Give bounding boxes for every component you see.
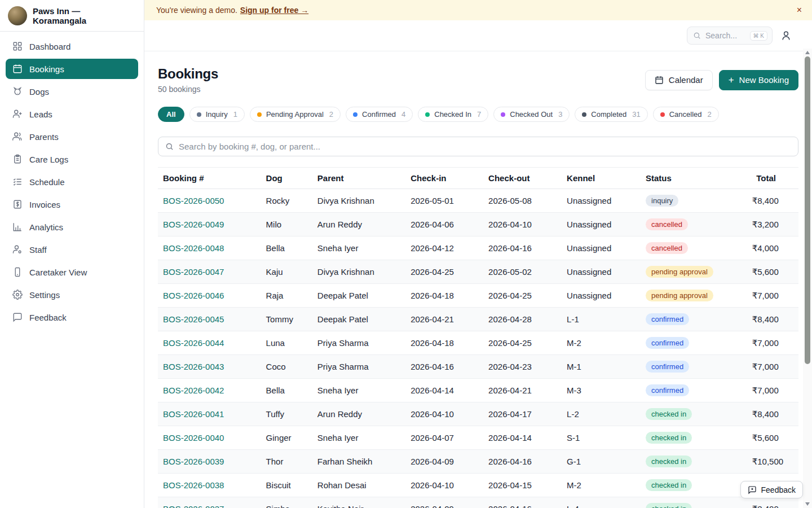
table-row[interactable]: BOS-2026-0046 Raja Deepak Patel 2026-04-… xyxy=(158,284,798,308)
booking-number-link[interactable]: BOS-2026-0039 xyxy=(163,457,224,466)
sidebar-item-feedback[interactable]: Feedback xyxy=(6,307,138,327)
sidebar-item-care-logs[interactable]: Care Logs xyxy=(6,149,138,169)
banner-close-icon[interactable]: × xyxy=(797,6,802,15)
filter-confirmed[interactable]: Confirmed 4 xyxy=(346,107,413,122)
search-icon xyxy=(693,32,701,40)
filter-checked-out[interactable]: Checked Out 3 xyxy=(493,107,570,122)
table-row[interactable]: BOS-2026-0039 Thor Farhan Sheikh 2026-04… xyxy=(158,450,798,474)
kennel: M-2 xyxy=(562,331,641,355)
sidebar-item-dashboard[interactable]: Dashboard xyxy=(6,36,138,56)
calendar-button[interactable]: Calendar xyxy=(645,70,713,90)
sidebar-item-label: Dashboard xyxy=(29,42,70,51)
status-dot xyxy=(197,112,201,117)
sidebar-item-parents[interactable]: Parents xyxy=(6,126,138,147)
scroll-up-icon[interactable] xyxy=(805,51,810,54)
sidebar-item-analytics[interactable]: Analytics xyxy=(6,217,138,237)
filter-all[interactable]: All xyxy=(158,107,184,122)
parent-name: Arun Reddy xyxy=(312,402,405,426)
kennel: M-2 xyxy=(562,474,641,497)
dog-name: Milo xyxy=(261,213,312,237)
signup-link[interactable]: Sign up for free → xyxy=(240,6,308,15)
parent-name: Farhan Sheikh xyxy=(312,450,405,474)
table-row[interactable]: BOS-2026-0037 Simba Kavitha Nair 2026-04… xyxy=(158,497,798,508)
calendar-icon xyxy=(655,76,664,85)
filter-completed[interactable]: Completed 31 xyxy=(575,107,647,122)
booking-number-link[interactable]: BOS-2026-0042 xyxy=(163,386,224,395)
sidebar-item-invoices[interactable]: Invoices xyxy=(6,194,138,214)
checkin-date: 2026-04-10 xyxy=(405,402,483,426)
new-booking-button[interactable]: + New Booking xyxy=(719,70,798,90)
booking-number-link[interactable]: BOS-2026-0041 xyxy=(163,409,224,419)
table-search-input[interactable] xyxy=(179,142,791,151)
total-amount: ₹3,200 xyxy=(747,213,798,237)
filter-checked-in[interactable]: Checked In 7 xyxy=(418,107,488,122)
table-row[interactable]: BOS-2026-0049 Milo Arun Reddy 2026-04-06… xyxy=(158,213,798,237)
kennel: L-4 xyxy=(562,497,641,508)
booking-number-link[interactable]: BOS-2026-0048 xyxy=(163,243,224,253)
booking-number-link[interactable]: BOS-2026-0037 xyxy=(163,504,224,508)
sidebar-item-dogs[interactable]: Dogs xyxy=(6,81,138,102)
col-total: Total xyxy=(747,168,798,189)
kennel: Unassigned xyxy=(562,284,641,308)
booking-number-link[interactable]: BOS-2026-0047 xyxy=(163,267,224,277)
topbar: ⌘ K xyxy=(144,20,812,51)
filter-inquiry[interactable]: Inquiry 1 xyxy=(189,107,245,122)
booking-number-link[interactable]: BOS-2026-0040 xyxy=(163,433,224,443)
sidebar-item-bookings[interactable]: Bookings xyxy=(6,59,138,79)
filter-pending-approval[interactable]: Pending Approval 2 xyxy=(250,107,341,122)
col-kennel: Kennel xyxy=(562,168,641,189)
table-row[interactable]: BOS-2026-0045 Tommy Deepak Patel 2026-04… xyxy=(158,308,798,331)
checkin-date: 2026-04-06 xyxy=(405,213,483,237)
kennel: M-3 xyxy=(562,379,641,402)
global-search[interactable]: ⌘ K xyxy=(687,27,773,45)
table-row[interactable]: BOS-2026-0047 Kaju Divya Krishnan 2026-0… xyxy=(158,260,798,284)
table-row[interactable]: BOS-2026-0041 Tuffy Arun Reddy 2026-04-1… xyxy=(158,402,798,426)
status-badge: checked in xyxy=(646,408,692,420)
col-parent: Parent xyxy=(312,168,405,189)
table-row[interactable]: BOS-2026-0038 Biscuit Rohan Desai 2026-0… xyxy=(158,474,798,497)
scroll-down-icon[interactable] xyxy=(805,502,810,506)
kennel: Unassigned xyxy=(562,213,641,237)
parent-name: Sneha Iyer xyxy=(312,237,405,260)
table-search[interactable] xyxy=(158,137,798,156)
invoice-icon xyxy=(12,199,23,209)
status-dot xyxy=(660,112,665,117)
booking-number-link[interactable]: BOS-2026-0043 xyxy=(163,362,224,371)
sidebar-item-caretaker-view[interactable]: Caretaker View xyxy=(6,262,138,282)
parent-name: Arun Reddy xyxy=(312,213,405,237)
scrollbar-thumb[interactable] xyxy=(805,56,810,364)
sidebar-item-leads[interactable]: Leads xyxy=(6,104,138,124)
user-menu-button[interactable] xyxy=(780,30,792,41)
total-amount: ₹7,000 xyxy=(747,284,798,308)
status-badge: confirmed xyxy=(646,337,689,349)
dog-name: Simba xyxy=(261,497,312,508)
booking-number-link[interactable]: BOS-2026-0038 xyxy=(163,480,224,490)
table-row[interactable]: BOS-2026-0042 Bella Sneha Iyer 2026-04-1… xyxy=(158,379,798,402)
sidebar-item-settings[interactable]: Settings xyxy=(6,284,138,305)
vertical-scrollbar[interactable] xyxy=(803,49,812,508)
table-row[interactable]: BOS-2026-0043 Coco Priya Sharma 2026-04-… xyxy=(158,355,798,379)
booking-number-link[interactable]: BOS-2026-0046 xyxy=(163,291,224,300)
global-search-input[interactable] xyxy=(705,31,745,40)
status-dot xyxy=(257,112,262,117)
table-row[interactable]: BOS-2026-0050 Rocky Divya Krishnan 2026-… xyxy=(158,189,798,213)
feedback-fab-button[interactable]: Feedback xyxy=(740,481,803,498)
filter-cancelled[interactable]: Cancelled 2 xyxy=(653,107,719,122)
table-row[interactable]: BOS-2026-0044 Luna Priya Sharma 2026-04-… xyxy=(158,331,798,355)
booking-number-link[interactable]: BOS-2026-0044 xyxy=(163,338,224,348)
sidebar-nav: Dashboard Bookings Dogs Leads Parents Ca… xyxy=(0,32,144,334)
table-row[interactable]: BOS-2026-0040 Ginger Sneha Iyer 2026-04-… xyxy=(158,426,798,450)
booking-number-link[interactable]: BOS-2026-0050 xyxy=(163,196,224,205)
total-amount: ₹4,000 xyxy=(747,237,798,260)
total-amount: ₹7,000 xyxy=(747,331,798,355)
sidebar-item-staff[interactable]: Staff xyxy=(6,239,138,260)
checkout-date: 2026-04-16 xyxy=(483,497,562,508)
sidebar-item-label: Parents xyxy=(29,132,59,142)
booking-number-link[interactable]: BOS-2026-0049 xyxy=(163,220,224,229)
kennel: L-1 xyxy=(562,308,641,331)
sidebar-item-schedule[interactable]: Schedule xyxy=(6,172,138,192)
dog-name: Tommy xyxy=(261,308,312,331)
sidebar-item-label: Bookings xyxy=(29,64,64,74)
table-row[interactable]: BOS-2026-0048 Bella Sneha Iyer 2026-04-1… xyxy=(158,237,798,260)
booking-number-link[interactable]: BOS-2026-0045 xyxy=(163,314,224,324)
